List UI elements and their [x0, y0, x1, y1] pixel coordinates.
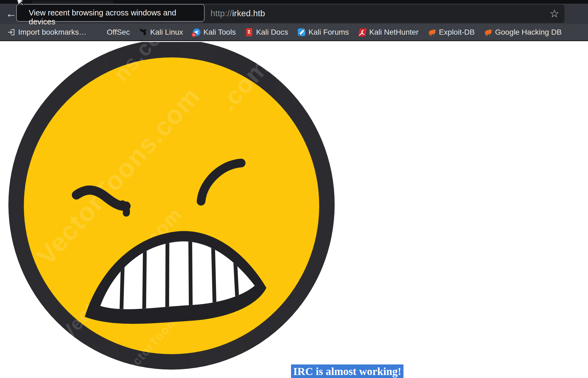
- url-protocol: http://: [211, 9, 232, 18]
- kali-nethunter-icon: [358, 28, 367, 37]
- page-status-text: IRC is almost working!: [291, 364, 403, 378]
- background-tab[interactable]: [32, 1, 113, 4]
- kali-linux-icon: [139, 28, 148, 37]
- url-text: http://irked.htb: [211, 9, 265, 18]
- ghdb-icon: [484, 28, 493, 37]
- bookmarks-toolbar: Import bookmarks… OffSec Kali Linux n Ka: [0, 24, 588, 41]
- offsec-icon: [96, 28, 104, 37]
- bookmark-kali-docs[interactable]: Kali Docs: [245, 28, 288, 37]
- bookmark-offsec[interactable]: OffSec: [96, 28, 130, 37]
- bookmark-label: Kali Linux: [150, 28, 183, 37]
- bookmark-label: OffSec: [107, 28, 130, 37]
- page-content: VectorToons.com VectorToons.com ns.com .…: [0, 42, 588, 378]
- angry-emoji-image: VectorToons.com VectorToons.com ns.com .…: [0, 42, 588, 378]
- tab-strip: [0, 0, 588, 4]
- bookmark-label: Import bookmarks…: [18, 28, 86, 37]
- browser-window: ← e http://irked.htb ☆ ⟳ ⌂ View recent b…: [0, 0, 588, 378]
- bookmark-label: Kali NetHunter: [369, 28, 419, 37]
- bookmark-kali-nethunter[interactable]: Kali NetHunter: [358, 28, 419, 37]
- tools-badge: n: [192, 32, 196, 37]
- url-host: irked.htb: [232, 9, 265, 18]
- bookmark-kali-tools[interactable]: n Kali Tools: [192, 28, 236, 37]
- navigation-toolbar: ← e http://irked.htb ☆ ⟳ ⌂ View recent b…: [0, 4, 588, 24]
- bookmark-star-icon[interactable]: ☆: [548, 7, 561, 20]
- tooltip: ⟳ ⌂ View recent browsing across windows …: [16, 4, 205, 22]
- bookmark-ghdb[interactable]: Google Hacking DB: [484, 28, 562, 37]
- bookmark-import[interactable]: Import bookmarks…: [7, 28, 86, 37]
- url-bar[interactable]: http://irked.htb ☆: [202, 5, 564, 23]
- bookmark-exploit-db[interactable]: Exploit-DB: [428, 28, 475, 37]
- mouse-cursor-icon: [14, 0, 25, 9]
- bookmark-kali-forums[interactable]: Kali Forums: [297, 28, 349, 37]
- kali-tools-icon: n: [192, 28, 201, 37]
- bookmark-label: Google Hacking DB: [495, 28, 562, 37]
- exploit-db-icon: [428, 28, 437, 37]
- bookmark-kali-linux[interactable]: Kali Linux: [139, 28, 183, 37]
- kali-docs-icon: [245, 28, 254, 37]
- bookmark-label: Kali Docs: [256, 28, 288, 37]
- kali-forums-icon: [297, 28, 306, 37]
- bookmark-label: Exploit-DB: [439, 28, 475, 37]
- tooltip-text: View recent browsing across windows and …: [29, 8, 204, 26]
- import-icon: [7, 28, 16, 37]
- bookmark-label: Kali Tools: [203, 28, 236, 37]
- bookmark-label: Kali Forums: [308, 28, 349, 37]
